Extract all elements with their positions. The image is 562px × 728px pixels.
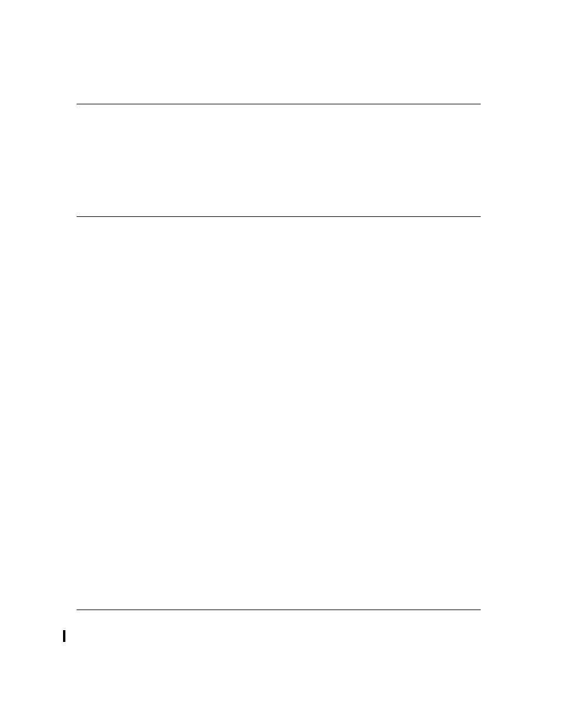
- horizontal-rule: [77, 610, 481, 610]
- horizontal-rule: [77, 216, 481, 217]
- margin-mark: [63, 630, 65, 642]
- horizontal-rule: [77, 104, 481, 104]
